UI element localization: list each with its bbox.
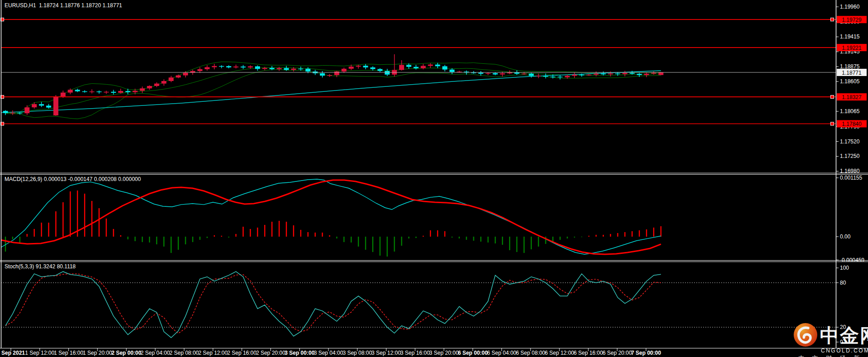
time-tick-label: 1 Sep 16:00 xyxy=(54,350,83,356)
time-tick-label: 3 Sep 00:00 xyxy=(285,350,314,356)
candle-body xyxy=(270,68,275,69)
time-tick-label: 6 Sep 12:00 xyxy=(545,350,574,356)
candle-body xyxy=(521,74,526,75)
candle-body xyxy=(125,91,130,92)
candle-body xyxy=(349,67,354,69)
candle-body xyxy=(53,96,58,115)
candle-body xyxy=(651,73,656,74)
time-tick-label: 1 Sep 2021 xyxy=(0,350,25,356)
current-price-value: 1.18771 xyxy=(842,70,862,76)
candle-body xyxy=(10,113,15,114)
stoch-tick-label: 80 xyxy=(840,280,846,286)
candle-body xyxy=(262,68,267,69)
current-price-box: 1.18771 xyxy=(837,69,867,76)
candle-body xyxy=(118,91,123,93)
time-tick-label: 3 Sep 16:00 xyxy=(400,350,430,356)
candle-body xyxy=(82,91,87,92)
price-box-value: 1.19221 xyxy=(842,45,862,51)
candle-body xyxy=(550,76,555,77)
candle-body xyxy=(39,104,44,105)
candle-body xyxy=(493,73,498,75)
hline-price-box: 1.18327 xyxy=(837,93,867,100)
hline-price-box: 1.19729 xyxy=(837,16,867,23)
macd-indicator-label: MACD(12,26,9) 0.000013 -0.000147 0.00020… xyxy=(5,176,141,182)
time-tick-label: 3 Sep 12:00 xyxy=(371,350,401,356)
time-tick-label: 2 Sep 04:00 xyxy=(140,350,170,356)
price-tick-label: 1.18605 xyxy=(840,78,860,85)
stoch-indicator-label: Stoch(5,3,3) 91.3242 80.1118 xyxy=(5,263,76,270)
candle-body xyxy=(529,74,534,76)
candle-body xyxy=(449,70,454,72)
candle-body xyxy=(622,73,627,74)
line-drag-handle[interactable] xyxy=(831,18,834,21)
candle-body xyxy=(205,67,210,69)
candle-body xyxy=(183,73,188,76)
candle-body xyxy=(169,77,174,81)
candle-body xyxy=(219,66,224,67)
candle-body xyxy=(399,65,404,70)
candle-body xyxy=(644,74,649,75)
candle-body xyxy=(593,74,598,75)
time-tick-label: 2 Sep 12:00 xyxy=(198,350,228,356)
line-drag-handle[interactable] xyxy=(831,95,834,99)
candle-body xyxy=(75,90,80,91)
price-tick-label: 1.18065 xyxy=(840,108,860,114)
candle-body xyxy=(601,74,606,75)
candle-body xyxy=(421,66,426,68)
time-tick-label: 1 Sep 12:00 xyxy=(25,350,54,356)
candle-body xyxy=(320,73,325,76)
candle-body xyxy=(637,74,642,75)
candle-body xyxy=(377,69,382,71)
candle-body xyxy=(255,67,260,69)
price-box-value: 1.17840 xyxy=(842,121,862,127)
time-tick-label: 2 Sep 00:00 xyxy=(111,350,141,356)
time-tick-label: 2 Sep 08:00 xyxy=(169,350,199,356)
candle-body xyxy=(406,65,411,67)
candle-body xyxy=(198,69,203,71)
stoch-pane[interactable] xyxy=(0,262,836,348)
line-drag-handle[interactable] xyxy=(831,122,834,125)
candle-body xyxy=(161,81,166,84)
candle-body xyxy=(478,73,483,74)
time-tick-label: 6 Sep 20:00 xyxy=(603,350,632,356)
candle-body xyxy=(658,72,663,75)
time-tick-label: 7 Sep 00:00 xyxy=(631,350,661,356)
hline-price-box: 1.17840 xyxy=(837,120,867,128)
price-tick-label: 1.17250 xyxy=(840,153,860,159)
candle-body xyxy=(226,66,231,67)
candle-body xyxy=(486,73,491,74)
candle-body xyxy=(342,69,347,71)
candle-body xyxy=(298,69,303,70)
candle-body xyxy=(327,75,332,76)
time-axis[interactable]: 1 Sep 20211 Sep 12:001 Sep 16:001 Sep 20… xyxy=(0,348,661,356)
price-box-value: 1.19729 xyxy=(842,17,862,23)
candle-body xyxy=(61,93,66,96)
candle-body xyxy=(442,66,447,69)
candle-body xyxy=(24,107,29,113)
candle-body xyxy=(140,88,145,90)
candle-body xyxy=(68,90,73,92)
time-tick-label: 3 Sep 08:00 xyxy=(342,350,372,356)
price-box-value: 1.18327 xyxy=(842,94,862,100)
candle-body xyxy=(579,75,584,76)
candle-body xyxy=(565,76,570,77)
candle-body xyxy=(241,67,246,67)
time-tick-label: 2 Sep 20:00 xyxy=(256,350,285,356)
candle-body xyxy=(334,71,339,75)
time-tick-label: 6 Sep 16:00 xyxy=(574,350,603,356)
candle-body xyxy=(32,104,37,107)
stoch-tick-label: 0 xyxy=(840,339,843,345)
macd-tick-label: 0.001155 xyxy=(840,175,862,181)
macd-tick-label: -0.000459 xyxy=(840,257,864,263)
candle-body xyxy=(370,67,375,69)
candle-body xyxy=(500,73,505,74)
main-chart-pane[interactable] xyxy=(0,0,836,173)
time-tick-label: 6 Sep 08:00 xyxy=(516,350,545,356)
candle-body xyxy=(615,73,620,74)
candle-body xyxy=(147,86,152,88)
candle-body xyxy=(363,66,368,67)
macd-pane[interactable] xyxy=(0,174,836,261)
candle-body xyxy=(46,105,51,107)
candle-body xyxy=(385,71,390,75)
candle-body xyxy=(608,73,613,74)
